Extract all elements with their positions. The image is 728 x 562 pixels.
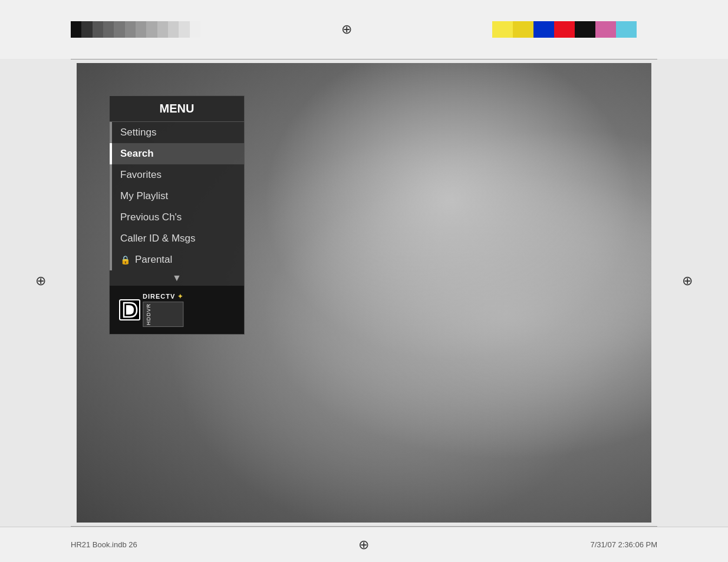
left-crosshair: ⊕ bbox=[35, 273, 46, 289]
bottom-left-text: HR21 Book.indb 26 bbox=[71, 540, 137, 549]
hline-top bbox=[71, 59, 657, 59]
bottom-bar: HR21 Book.indb 26 ⊕ 7/31/07 2:36:06 PM bbox=[0, 527, 728, 562]
bottom-crosshair: ⊕ bbox=[358, 537, 369, 553]
grayscale-bar bbox=[71, 21, 200, 38]
menu-scroll-arrow: ▼ bbox=[110, 270, 244, 286]
crosshair-top: ⊕ bbox=[341, 22, 352, 37]
menu-overlay: MENU SettingsSearchFavoritesMy PlaylistP… bbox=[109, 95, 245, 335]
menu-item-label: Settings bbox=[120, 127, 156, 138]
right-crosshair: ⊕ bbox=[682, 273, 693, 289]
bottom-right-text: 7/31/07 2:36:06 PM bbox=[591, 540, 657, 549]
directv-logo: DIRECTV ✦ HDDVR bbox=[119, 293, 183, 327]
menu-item-my-playlist[interactable]: My Playlist bbox=[110, 186, 244, 207]
menu-item-label: Search bbox=[120, 148, 154, 160]
directv-logo-area: DIRECTV ✦ HDDVR bbox=[110, 286, 244, 334]
hddvr-badge: HDDVR bbox=[143, 302, 183, 327]
top-bar: ⊕ bbox=[0, 0, 728, 59]
menu-title: MENU bbox=[110, 96, 244, 122]
menu-item-label: Caller ID & Msgs bbox=[120, 233, 196, 244]
directv-d-letter bbox=[119, 299, 140, 320]
menu-item-caller-id--msgs[interactable]: Caller ID & Msgs bbox=[110, 228, 244, 249]
menu-item-label: Parental bbox=[135, 254, 172, 266]
color-bar bbox=[492, 21, 657, 38]
menu-item-label: Previous Ch's bbox=[120, 211, 182, 223]
menu-item-label: My Playlist bbox=[120, 190, 168, 202]
menu-item-previous-chs[interactable]: Previous Ch's bbox=[110, 207, 244, 228]
menu-item-settings[interactable]: Settings bbox=[110, 122, 244, 143]
menu-item-parental[interactable]: 🔒Parental bbox=[110, 249, 244, 270]
menu-item-favorites[interactable]: Favorites bbox=[110, 164, 244, 186]
menu-item-label: Favorites bbox=[120, 169, 162, 181]
main-content: MENU SettingsSearchFavoritesMy PlaylistP… bbox=[77, 63, 651, 523]
menu-item-search[interactable]: Search bbox=[110, 143, 244, 164]
directv-brand: DIRECTV ✦ bbox=[143, 293, 183, 300]
lock-icon: 🔒 bbox=[120, 255, 130, 265]
